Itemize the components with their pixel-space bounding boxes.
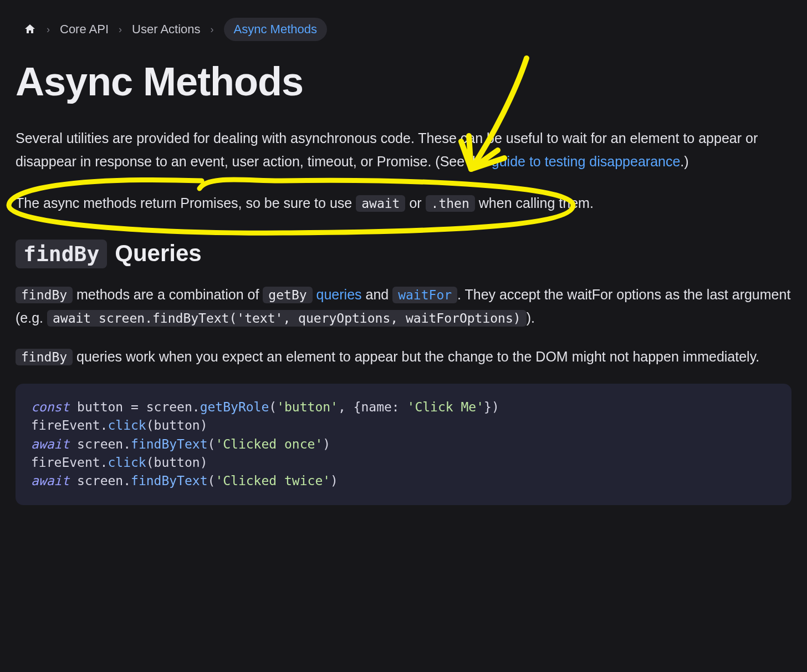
breadcrumb: › Core API › User Actions › Async Method…	[16, 13, 791, 54]
tok: await	[31, 474, 69, 488]
code-block-example: const button = screen.getByRole('button'…	[16, 384, 791, 505]
tok: 'Clicked once'	[215, 437, 323, 451]
code-then: .then	[426, 195, 475, 212]
tok: (	[208, 437, 216, 451]
tok: )	[330, 474, 338, 488]
tok: , {name:	[338, 400, 407, 414]
section-heading-findby-queries: findBy Queries	[16, 240, 791, 268]
tok: )	[323, 437, 330, 451]
tok: getByRole	[200, 400, 269, 414]
tok: screen.	[69, 474, 131, 488]
callout-pre: The async methods return Promises, so be…	[16, 195, 356, 211]
tok: })	[484, 400, 499, 414]
breadcrumb-item-core-api[interactable]: Core API	[60, 22, 109, 37]
tok: fireEvent.	[31, 418, 108, 432]
tok: button = screen.	[69, 400, 200, 414]
para-findby-combination: findBy methods are a combination of getB…	[16, 283, 791, 329]
tok: 'button'	[277, 400, 338, 414]
tok: (button)	[146, 418, 208, 432]
tok: fireEvent.	[31, 455, 108, 470]
tok: 'Clicked twice'	[215, 474, 330, 488]
heading-word-queries: Queries	[115, 240, 201, 267]
tok: (button)	[146, 455, 208, 470]
callout-post: when calling them.	[479, 195, 594, 211]
page-title: Async Methods	[16, 59, 791, 104]
tok: findByText	[131, 474, 207, 488]
code-await: await	[356, 195, 405, 212]
home-icon[interactable]	[23, 23, 37, 36]
code-findby: findBy	[16, 287, 73, 303]
tok: click	[108, 418, 146, 432]
chevron-right-icon: ›	[211, 24, 214, 35]
callout-text: The async methods return Promises, so be…	[16, 189, 791, 217]
breadcrumb-item-user-actions[interactable]: User Actions	[132, 22, 201, 37]
code-findby: findBy	[16, 349, 73, 365]
chevron-right-icon: ›	[119, 24, 122, 35]
tok: await	[31, 437, 69, 451]
queries-link[interactable]: queries	[316, 287, 362, 302]
tok: screen.	[69, 437, 131, 451]
text: and	[362, 287, 393, 302]
text: methods are a combination of	[73, 287, 263, 302]
intro-paragraph: Several utilities are provided for deali…	[16, 126, 791, 173]
breadcrumb-current: Async Methods	[224, 18, 327, 41]
text: queries work when you expect an element …	[73, 349, 759, 364]
callout: The async methods return Promises, so be…	[16, 189, 791, 217]
code-getby: getBy	[263, 287, 312, 303]
chevron-right-icon: ›	[47, 24, 50, 35]
tok: const	[31, 400, 69, 414]
tok: (	[269, 400, 277, 414]
callout-mid: or	[409, 195, 425, 211]
scrollbar[interactable]	[800, 0, 806, 672]
intro-text-end: .)	[680, 154, 688, 169]
tok: (	[208, 474, 216, 488]
code-example-call: await screen.findByText('text', queryOpt…	[47, 310, 527, 327]
code-waitfor[interactable]: waitFor	[392, 287, 457, 303]
tok: click	[108, 455, 146, 470]
text: ).	[527, 310, 535, 325]
heading-code-findby: findBy	[16, 240, 107, 268]
tok: findByText	[131, 437, 207, 451]
para-findby-usage: findBy queries work when you expect an e…	[16, 345, 791, 368]
guide-link[interactable]: guide to testing disappearance	[492, 154, 681, 169]
tok: 'Click Me'	[407, 400, 484, 414]
